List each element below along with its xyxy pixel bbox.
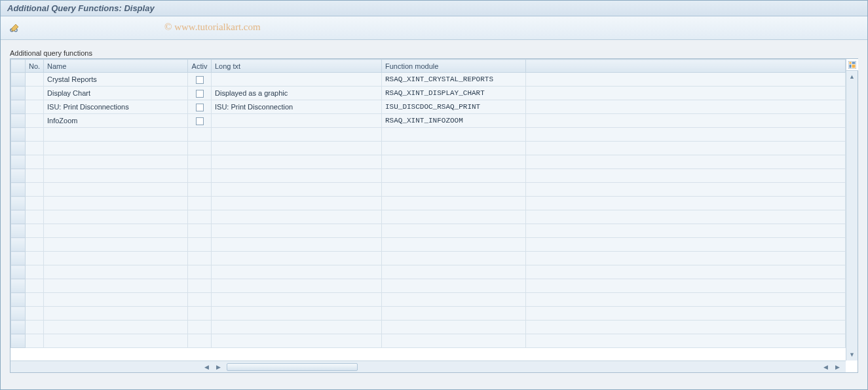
row-selector[interactable] <box>11 197 26 210</box>
row-selector[interactable] <box>11 100 26 114</box>
cell-empty <box>526 183 846 197</box>
col-header-long[interactable]: Long txt <box>212 60 382 73</box>
row-selector[interactable] <box>11 128 26 142</box>
cell-function-module <box>382 307 526 321</box>
cell-long-text <box>212 265 382 279</box>
table-row[interactable] <box>11 197 846 210</box>
table-row[interactable] <box>11 155 846 169</box>
cell-activ <box>188 183 212 197</box>
table-row[interactable] <box>11 210 846 224</box>
horizontal-scrollbar[interactable]: ◀ ▶ ◀ ▶ <box>10 361 846 372</box>
cell-long-text <box>212 210 382 224</box>
scroll-right-end-button[interactable]: ▶ <box>831 361 843 373</box>
cell-name: ISU: Print Disconnections <box>44 100 188 114</box>
cell-long-text <box>212 128 382 142</box>
cell-empty <box>526 238 846 252</box>
cell-name <box>44 279 188 293</box>
cell-activ <box>188 293 212 307</box>
cell-function-module <box>382 210 526 224</box>
cell-activ <box>188 142 212 155</box>
cell-empty <box>526 100 846 114</box>
row-selector[interactable] <box>11 73 26 87</box>
cell-long-text <box>212 279 382 293</box>
cell-name <box>44 293 188 307</box>
sap-window: Additional Query Functions: Display © ww… <box>0 0 868 390</box>
activ-checkbox[interactable] <box>196 76 204 84</box>
activ-checkbox[interactable] <box>196 104 204 111</box>
table-row[interactable] <box>11 265 846 279</box>
table-row[interactable] <box>11 238 846 252</box>
col-header-rest <box>526 60 846 73</box>
activ-checkbox[interactable] <box>196 117 204 125</box>
scroll-left-button[interactable]: ▶ <box>212 361 224 373</box>
cell-no <box>26 252 44 265</box>
row-selector[interactable] <box>11 252 26 265</box>
col-header-activ[interactable]: Activ <box>188 60 212 73</box>
table-row[interactable]: ISU: Print DisconnectionsISU: Print Disc… <box>11 100 846 114</box>
cell-empty <box>526 334 846 348</box>
vertical-scrollbar[interactable]: ▲ ▼ <box>846 59 858 361</box>
cell-name <box>44 210 188 224</box>
table-row[interactable] <box>11 321 846 334</box>
cell-function-module <box>382 183 526 197</box>
cell-activ <box>188 100 212 114</box>
scroll-down-button[interactable]: ▼ <box>846 349 858 361</box>
cell-long-text <box>212 307 382 321</box>
row-selector[interactable] <box>11 142 26 155</box>
cell-name <box>44 238 188 252</box>
row-selector[interactable] <box>11 183 26 197</box>
cell-function-module <box>382 128 526 142</box>
row-selector[interactable] <box>11 210 26 224</box>
table-row[interactable]: InfoZoomRSAQ_XINT_INFOZOOM <box>11 114 846 128</box>
col-header-select[interactable] <box>11 60 26 73</box>
cell-activ <box>188 128 212 142</box>
cell-no <box>26 321 44 334</box>
row-selector[interactable] <box>11 307 26 321</box>
scroll-right-button[interactable]: ◀ <box>820 361 831 373</box>
row-selector[interactable] <box>11 321 26 334</box>
row-selector[interactable] <box>11 114 26 128</box>
table-row[interactable] <box>11 279 846 293</box>
cell-no <box>26 183 44 197</box>
cell-empty <box>526 169 846 183</box>
row-selector[interactable] <box>11 169 26 183</box>
col-header-name[interactable]: Name <box>44 60 188 73</box>
table-row[interactable] <box>11 128 846 142</box>
cell-function-module: RSAQ_XINT_DISPLAY_CHART <box>382 87 526 100</box>
table-config-button[interactable] <box>846 59 858 71</box>
col-header-func[interactable]: Function module <box>382 60 526 73</box>
table-row[interactable] <box>11 293 846 307</box>
table-row[interactable] <box>11 142 846 155</box>
cell-long-text: Displayed as a graphic <box>212 87 382 100</box>
cell-no <box>26 142 44 155</box>
row-selector[interactable] <box>11 265 26 279</box>
table-row[interactable]: Crystal ReportsRSAQ_XINT_CRYSTAL_REPORTS <box>11 73 846 87</box>
table-row[interactable]: Display ChartDisplayed as a graphicRSAQ_… <box>11 87 846 100</box>
table-row[interactable] <box>11 334 846 348</box>
cell-function-module <box>382 252 526 265</box>
table-row[interactable] <box>11 252 846 265</box>
section-label: Additional query functions <box>10 49 858 57</box>
table-row[interactable] <box>11 183 846 197</box>
cell-function-module <box>382 142 526 155</box>
activ-checkbox[interactable] <box>196 90 204 98</box>
row-selector[interactable] <box>11 155 26 169</box>
table-row[interactable] <box>11 307 846 321</box>
scroll-thumb-horizontal[interactable] <box>227 363 358 371</box>
row-selector[interactable] <box>11 87 26 100</box>
cell-function-module <box>382 293 526 307</box>
table-row[interactable] <box>11 224 846 238</box>
toggle-edit-button[interactable] <box>7 21 22 35</box>
table-row[interactable] <box>11 169 846 183</box>
col-header-no[interactable]: No. <box>26 60 44 73</box>
cell-long-text <box>212 155 382 169</box>
cell-empty <box>526 293 846 307</box>
scroll-up-button[interactable]: ▲ <box>846 71 858 83</box>
scroll-left-start-button[interactable]: ◀ <box>200 361 212 373</box>
row-selector[interactable] <box>11 334 26 348</box>
row-selector[interactable] <box>11 279 26 293</box>
row-selector[interactable] <box>11 293 26 307</box>
row-selector[interactable] <box>11 238 26 252</box>
row-selector[interactable] <box>11 224 26 238</box>
cell-name <box>44 224 188 238</box>
